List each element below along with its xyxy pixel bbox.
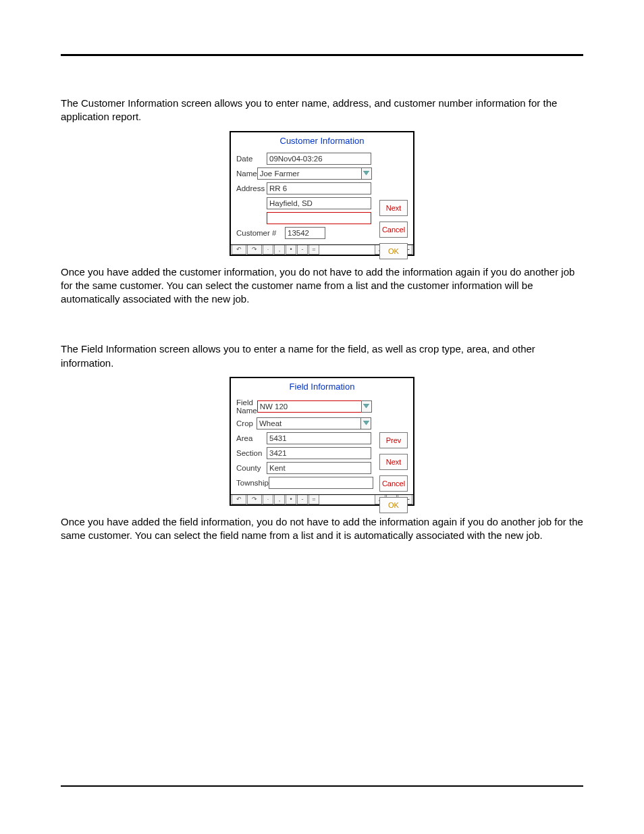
address-label: Address (236, 184, 267, 192)
prev-button[interactable]: Prev (379, 432, 408, 448)
customer-form-title: Customer Information (231, 132, 413, 149)
area-label: Area (236, 434, 267, 442)
tab-comma-icon[interactable]: , (274, 495, 285, 504)
dropdown-arrow-icon[interactable] (360, 417, 371, 429)
tab-comma-icon[interactable]: , (274, 245, 285, 255)
crop-input[interactable] (257, 417, 360, 429)
customer-intro-paragraph: The Customer Information screen allows y… (61, 97, 583, 124)
field-form-title: Field Information (231, 378, 413, 394)
section-input[interactable] (267, 447, 371, 459)
fieldname-dropdown[interactable] (257, 400, 372, 413)
ok-button[interactable]: OK (379, 243, 408, 259)
customer-number-input[interactable] (285, 227, 325, 239)
next-button[interactable]: Next (379, 454, 408, 470)
tab-bullet-icon[interactable]: • (286, 495, 296, 504)
field-info-form: Field Information Field Name Crop (230, 377, 414, 506)
customer-number-label: Customer # (236, 229, 285, 237)
cancel-button[interactable]: Cancel (379, 221, 408, 238)
tab-bullet-icon[interactable]: • (286, 245, 296, 255)
tab-dash-icon[interactable]: - (297, 245, 308, 255)
area-input[interactable] (267, 432, 371, 444)
fieldname-input[interactable] (257, 400, 361, 413)
tab-equals-icon[interactable]: = (308, 495, 319, 504)
svg-marker-2 (363, 421, 369, 425)
tab-dot-icon[interactable]: · (263, 245, 273, 255)
next-button[interactable]: Next (379, 200, 408, 216)
dropdown-arrow-icon[interactable] (361, 167, 372, 180)
tab-redo-icon[interactable]: ↷ (247, 245, 262, 255)
county-label: County (236, 464, 267, 472)
date-input[interactable] (267, 153, 371, 165)
customer-info-form: Customer Information Date Name (230, 131, 414, 256)
date-label: Date (236, 155, 267, 163)
tab-undo-icon[interactable]: ↶ (232, 245, 246, 255)
address-line1-input[interactable] (267, 182, 371, 194)
tab-redo-icon[interactable]: ↷ (247, 495, 262, 504)
township-input[interactable] (269, 477, 373, 489)
svg-marker-0 (363, 171, 369, 175)
name-dropdown[interactable] (257, 167, 372, 180)
svg-marker-1 (363, 404, 369, 408)
name-input[interactable] (257, 167, 361, 180)
tab-equals-icon[interactable]: = (308, 245, 319, 255)
crop-label: Crop (236, 419, 257, 427)
township-label: Township (236, 479, 269, 487)
tab-undo-icon[interactable]: ↶ (232, 495, 246, 504)
dropdown-arrow-icon[interactable] (361, 400, 372, 413)
cancel-button[interactable]: Cancel (379, 475, 408, 492)
name-label: Name (236, 170, 257, 178)
fieldname-label: Field Name (236, 398, 257, 415)
section-label: Section (236, 449, 267, 457)
address-line3-input[interactable] (267, 212, 371, 224)
tab-dot-icon[interactable]: · (263, 495, 273, 504)
bottom-rule (61, 785, 583, 787)
address-line2-input[interactable] (267, 197, 371, 209)
ok-button[interactable]: OK (379, 497, 408, 513)
field-followup-paragraph: Once you have added the field informatio… (61, 515, 583, 543)
top-rule (61, 54, 583, 56)
county-input[interactable] (267, 462, 371, 474)
crop-dropdown[interactable] (257, 417, 371, 429)
customer-followup-paragraph: Once you have added the customer informa… (61, 265, 583, 307)
tab-dash-icon[interactable]: - (297, 495, 308, 504)
field-intro-paragraph: The Field Information screen allows you … (61, 342, 583, 370)
